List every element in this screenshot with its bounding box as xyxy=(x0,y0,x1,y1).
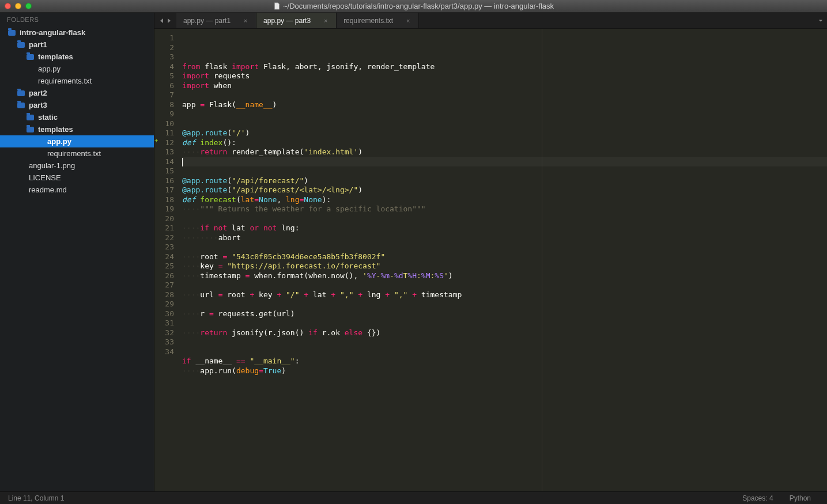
code-line[interactable]: ····root = "543c0f05cb394d6ece5a8b5fb3f8… xyxy=(182,252,827,262)
editor-area: app.py — part1×app.py — part3×requiremen… xyxy=(154,13,827,491)
code-line[interactable]: def index(): xyxy=(182,138,827,148)
tree-item-label: part3 xyxy=(29,101,47,109)
tree-item-label: app.py xyxy=(38,65,61,73)
line-number: 16 xyxy=(158,176,174,186)
code-line[interactable]: ········abort xyxy=(182,233,827,243)
tree-folder[interactable]: part2 xyxy=(0,87,154,99)
status-bar: Line 11, Column 1 Spaces: 4 Python xyxy=(0,491,827,504)
code-line[interactable] xyxy=(182,376,827,385)
editor-tab[interactable]: app.py — part3× xyxy=(256,13,337,28)
tree-folder[interactable]: part1 xyxy=(0,39,154,51)
code-line[interactable] xyxy=(182,109,827,119)
code-line[interactable]: from flask import Flask, abort, jsonify,… xyxy=(182,62,827,72)
tree-file[interactable]: app.py xyxy=(0,135,154,147)
syntax-status[interactable]: Python xyxy=(781,494,819,502)
zoom-window-icon[interactable] xyxy=(25,3,32,9)
code-line[interactable]: ····if not lat or not lng: xyxy=(182,223,827,233)
line-number: 10 xyxy=(158,119,174,129)
tree-folder[interactable]: templates xyxy=(0,51,154,63)
minimize-window-icon[interactable] xyxy=(15,3,21,9)
close-icon[interactable]: × xyxy=(405,17,411,24)
line-number: 6 xyxy=(158,81,174,91)
close-icon[interactable]: × xyxy=(242,17,249,24)
line-number: 4 xyxy=(158,62,174,72)
tree-item-label: templates xyxy=(38,125,73,134)
line-number: 19 xyxy=(158,204,174,214)
tree-file[interactable]: requirements.txt xyxy=(0,147,154,160)
cursor-position[interactable]: Line 11, Column 1 xyxy=(8,494,64,502)
code-line[interactable]: ····r = requests.get(url) xyxy=(182,309,827,319)
folder-icon xyxy=(17,42,25,48)
line-number: 23 xyxy=(158,242,174,252)
code-line[interactable]: ····return jsonify(r.json() if r.ok else… xyxy=(182,328,827,338)
line-number: 5 xyxy=(158,71,174,81)
code-line[interactable]: ····""" Returns the weather for a specif… xyxy=(182,204,827,214)
code-line[interactable]: import requests xyxy=(182,71,827,81)
tree-folder[interactable]: part3 xyxy=(0,99,154,111)
line-number: 14 xyxy=(158,157,174,167)
tree-folder[interactable]: static xyxy=(0,111,154,123)
code-line[interactable] xyxy=(182,242,827,252)
nav-back-icon[interactable] xyxy=(159,18,165,24)
code-editor[interactable]: + 12345678910111213141516171819202122232… xyxy=(154,29,827,491)
code-line[interactable]: @app.route("/api/forecast/<lat>/<lng>/") xyxy=(182,185,827,195)
tree-item-label: static xyxy=(38,113,58,122)
tree-file[interactable]: app.py xyxy=(0,63,154,75)
tree-item-label: app.py xyxy=(47,137,71,146)
code-content[interactable]: from flask import Flask, abort, jsonify,… xyxy=(179,29,827,491)
editor-tab[interactable]: app.py — part1× xyxy=(176,13,256,28)
tree-item-label: part1 xyxy=(29,40,47,49)
line-number: 9 xyxy=(158,109,174,119)
code-line[interactable] xyxy=(182,166,827,176)
code-line[interactable]: def forecast(lat=None, lng=None): xyxy=(182,195,827,205)
folder-tree[interactable]: intro-angular-flaskpart1templatesapp.pyr… xyxy=(0,25,154,491)
tree-item-label: requirements.txt xyxy=(47,149,101,158)
folder-icon xyxy=(27,127,34,132)
code-line[interactable]: ····return render_template('index.html') xyxy=(182,147,827,157)
code-line[interactable] xyxy=(182,347,827,357)
close-icon[interactable]: × xyxy=(322,17,329,24)
code-line[interactable] xyxy=(182,338,827,347)
line-number: 22 xyxy=(158,233,174,243)
line-number: 17 xyxy=(158,185,174,195)
tab-label: app.py — part3 xyxy=(263,17,311,25)
code-line[interactable]: ····key = "https://api.forecast.io/forec… xyxy=(182,262,827,271)
tree-file[interactable]: readme.md xyxy=(0,184,154,196)
code-line[interactable]: @app.route('/') xyxy=(182,128,827,138)
code-line[interactable]: if __name__ == "__main__": xyxy=(182,357,827,366)
line-number: 26 xyxy=(158,271,174,281)
code-line[interactable]: ····timestamp = when.format(when.now(), … xyxy=(182,271,827,281)
line-number: 25 xyxy=(158,262,174,271)
code-line[interactable] xyxy=(182,90,827,100)
line-number: 30 xyxy=(158,309,174,319)
line-number: 3 xyxy=(158,52,174,62)
code-line[interactable]: app = Flask(__name__) xyxy=(182,100,827,110)
code-line[interactable]: import when xyxy=(182,81,827,91)
line-number: 18 xyxy=(158,195,174,205)
code-line[interactable] xyxy=(182,119,827,129)
line-number: 31 xyxy=(158,319,174,328)
editor-tab[interactable]: requirements.txt× xyxy=(337,13,419,28)
code-line[interactable]: ····app.run(debug=True) xyxy=(182,366,827,376)
tree-file[interactable]: LICENSE xyxy=(0,172,154,184)
code-line[interactable] xyxy=(182,319,827,328)
code-line[interactable] xyxy=(182,214,827,224)
tree-folder[interactable]: intro-angular-flask xyxy=(0,26,154,39)
code-line[interactable]: @app.route("/api/forecast/") xyxy=(182,176,827,186)
tree-folder[interactable]: templates xyxy=(0,123,154,135)
tree-file[interactable]: requirements.txt xyxy=(0,75,154,87)
nav-forward-icon[interactable] xyxy=(166,18,172,24)
tree-item-label: LICENSE xyxy=(29,173,61,182)
document-icon xyxy=(273,2,281,10)
code-line[interactable] xyxy=(182,157,827,167)
indent-status[interactable]: Spaces: 4 xyxy=(734,494,781,502)
code-line[interactable] xyxy=(182,300,827,309)
close-window-icon[interactable] xyxy=(5,3,11,9)
code-line[interactable]: ····url = root + key + "/" + lat + "," +… xyxy=(182,290,827,300)
tab-label: app.py — part1 xyxy=(183,17,231,25)
code-line[interactable] xyxy=(182,281,827,290)
line-number: 32 xyxy=(158,328,174,338)
tab-overflow-icon[interactable] xyxy=(814,13,827,28)
line-number: 33 xyxy=(158,338,174,347)
tree-file[interactable]: angular-1.png xyxy=(0,160,154,172)
